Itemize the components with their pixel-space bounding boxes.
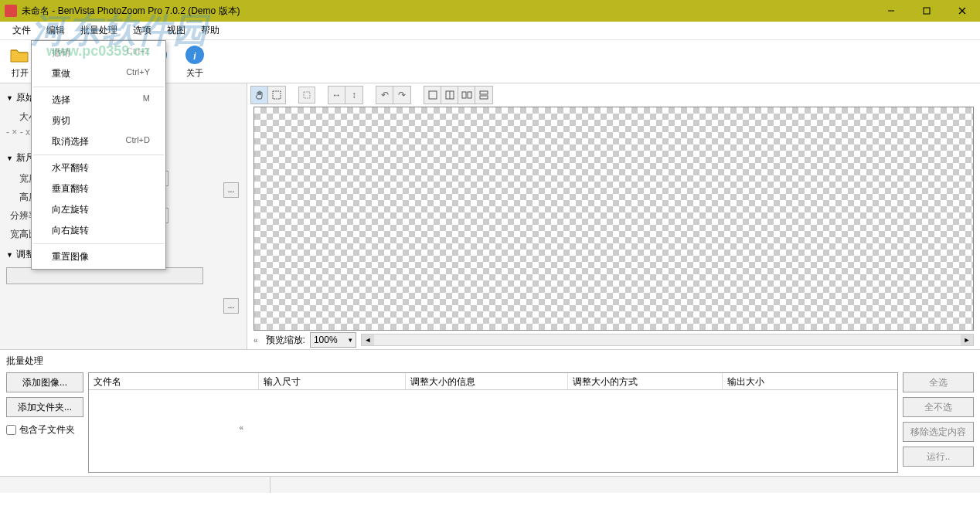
select-none-button[interactable]: 全不选: [903, 397, 974, 417]
layout-single-button[interactable]: [424, 87, 441, 104]
resize-method-combo[interactable]: [6, 267, 203, 284]
menu-separator: [33, 155, 164, 155]
maximize-button[interactable]: [909, 0, 944, 22]
close-icon: [958, 7, 966, 15]
zoom-label: 预览缩放:: [266, 334, 305, 347]
menu-item[interactable]: 向左旋转: [32, 199, 165, 220]
rotate-cw-button[interactable]: ↷: [393, 87, 410, 104]
rotate-ccw-button[interactable]: ↶: [376, 87, 393, 104]
svg-rect-20: [480, 96, 488, 99]
about-label: 关于: [186, 67, 203, 79]
menu-item-shortcut: M: [143, 93, 150, 107]
tool-group-arrows: ↔ ↕: [328, 86, 363, 104]
remove-selected-button[interactable]: 移除选定内容: [903, 422, 974, 442]
menu-item[interactable]: 选择M: [32, 90, 165, 110]
right-panel: ↔ ↕ ↶ ↷: [247, 83, 980, 349]
layout-side-icon: [461, 90, 472, 100]
scroll-right-button[interactable]: ►: [961, 335, 973, 345]
menu-item[interactable]: 重做Ctrl+Y: [32, 63, 165, 84]
menu-item[interactable]: 重置图像: [32, 246, 165, 267]
layout-splitv-icon: [444, 90, 455, 100]
menu-item: 撤销Ctrl+Z: [32, 42, 165, 63]
menu-view[interactable]: 视图: [159, 22, 193, 39]
hand-tool-button[interactable]: [251, 87, 268, 104]
horizontal-scrollbar[interactable]: ◄ ►: [361, 334, 974, 346]
menu-item-shortcut: Ctrl+Y: [126, 67, 150, 80]
open-label: 打开: [12, 67, 29, 79]
col-outputsize[interactable]: 输出大小: [723, 373, 897, 389]
preview-canvas[interactable]: [254, 107, 974, 331]
view-toolbar: ↔ ↕ ↶ ↷: [247, 83, 980, 107]
svg-rect-13: [304, 92, 310, 98]
resize-more-button[interactable]: ...: [223, 298, 239, 314]
menu-edit[interactable]: 编辑: [39, 22, 73, 39]
tool-group-rotate: ↶ ↷: [376, 86, 411, 104]
statusbar: [0, 476, 980, 493]
batch-table-header: 文件名 输入尺寸 调整大小的信息 调整大小的方式 输出大小: [89, 373, 897, 390]
collapse-icon[interactable]: «: [254, 336, 258, 345]
menu-item-label: 水平翻转: [52, 161, 89, 175]
maximize-icon: [923, 7, 931, 15]
status-cell-2: [271, 477, 980, 493]
status-cell-1: [0, 477, 271, 493]
svg-rect-12: [273, 91, 281, 99]
svg-rect-17: [462, 92, 466, 98]
batch-left-buttons: 添加图像... 添加文件夹... 包含子文件夹: [6, 372, 83, 473]
menu-options[interactable]: 选项: [125, 22, 159, 39]
original-px-value: - × - x: [6, 127, 30, 138]
arrow-h-button[interactable]: ↔: [328, 87, 345, 104]
newsize-more-button[interactable]: ...: [223, 182, 239, 198]
info-icon: i: [184, 44, 206, 66]
scroll-left-button[interactable]: ◄: [362, 335, 374, 345]
panel-collapse-icon[interactable]: «: [239, 423, 243, 432]
marquee-tool-button[interactable]: [268, 87, 285, 104]
menu-item-label: 选择: [52, 93, 70, 107]
batch-body: 添加图像... 添加文件夹... 包含子文件夹 文件名 输入尺寸 调整大小的信息…: [6, 372, 974, 473]
run-button[interactable]: 运行..: [903, 447, 974, 467]
menu-item[interactable]: 水平翻转: [32, 158, 165, 178]
crop-button[interactable]: [298, 87, 315, 104]
tool-group-nav: [250, 86, 286, 104]
add-folder-button[interactable]: 添加文件夹...: [6, 397, 83, 417]
layout-split-v-button[interactable]: [441, 87, 458, 104]
tool-group-layout: [424, 86, 493, 104]
zoom-row: « 预览缩放: 100%▾ ◄ ►: [247, 331, 980, 349]
window-buttons: [873, 0, 980, 22]
col-resizeinfo[interactable]: 调整大小的信息: [406, 373, 568, 389]
batch-panel: 批量处理 添加图像... 添加文件夹... 包含子文件夹 文件名 输入尺寸 调整…: [0, 349, 980, 476]
menu-item-label: 重做: [52, 67, 70, 80]
menu-item-shortcut: Ctrl+Z: [127, 46, 150, 59]
col-resizemethod[interactable]: 调整大小的方式: [568, 373, 723, 389]
menu-help[interactable]: 帮助: [193, 22, 227, 39]
layout-stack-button[interactable]: [475, 87, 492, 104]
zoom-select[interactable]: 100%▾: [310, 332, 356, 348]
arrow-v-button[interactable]: ↕: [345, 87, 362, 104]
batch-table[interactable]: 文件名 输入尺寸 调整大小的信息 调整大小的方式 输出大小: [88, 372, 898, 473]
col-filename[interactable]: 文件名: [89, 373, 259, 389]
svg-rect-18: [468, 92, 471, 98]
col-inputsize[interactable]: 输入尺寸: [259, 373, 406, 389]
batch-right-buttons: 全选 全不选 移除选定内容 运行..: [903, 372, 974, 473]
menu-item-shortcut: Ctrl+D: [126, 135, 150, 148]
svg-rect-1: [924, 8, 930, 14]
add-image-button[interactable]: 添加图像...: [6, 372, 83, 392]
menu-item[interactable]: 剪切: [32, 110, 165, 131]
select-all-button[interactable]: 全选: [903, 372, 974, 392]
minimize-button[interactable]: [873, 0, 909, 22]
menu-batch[interactable]: 批量处理: [73, 22, 125, 39]
hand-icon: [254, 90, 265, 100]
include-subfolders-checkbox[interactable]: 包含子文件夹: [6, 422, 83, 438]
include-subfolders-input[interactable]: [6, 425, 16, 435]
menu-item[interactable]: 垂直翻转: [32, 178, 165, 199]
menu-file[interactable]: 文件: [5, 22, 39, 39]
menu-item[interactable]: 向右旋转: [32, 220, 165, 241]
minimize-icon: [887, 7, 895, 15]
menu-item-label: 取消选择: [52, 135, 89, 148]
include-subfolders-label: 包含子文件夹: [19, 423, 75, 436]
menu-item-label: 垂直翻转: [52, 182, 89, 195]
edit-menu-dropdown: 撤销Ctrl+Z重做Ctrl+Y选择M剪切取消选择Ctrl+D水平翻转垂直翻转向…: [31, 40, 166, 270]
menu-item[interactable]: 取消选择Ctrl+D: [32, 131, 165, 152]
layout-side-button[interactable]: [458, 87, 475, 104]
about-button[interactable]: i 关于: [178, 42, 212, 80]
close-button[interactable]: [944, 0, 980, 22]
